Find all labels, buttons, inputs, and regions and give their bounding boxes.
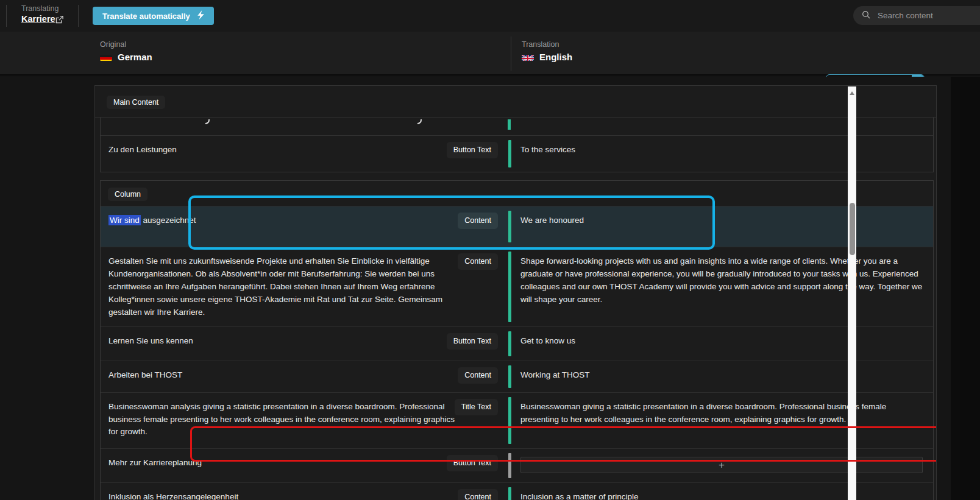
source-cell[interactable]: Zu den Leistungen Button Text bbox=[101, 136, 508, 172]
target-cell[interactable]: We are honoured bbox=[511, 206, 933, 247]
scroll-up-arrow-icon[interactable] bbox=[850, 91, 854, 95]
top-bar: Translating Karriere Translate automatic… bbox=[0, 0, 980, 32]
target-cell[interactable]: Get to know us bbox=[511, 327, 933, 361]
language-header: Original German Translation English Untr… bbox=[0, 32, 980, 76]
field-type-tag: Title Text bbox=[455, 399, 498, 415]
group-tag-row: Column bbox=[101, 181, 933, 206]
search-bar[interactable] bbox=[853, 6, 980, 25]
source-text: Arbeiten bei THOST bbox=[108, 369, 460, 382]
source-text: Gestalten Sie mit uns zukunftsweisende P… bbox=[108, 255, 460, 319]
target-text: We are honoured bbox=[520, 214, 924, 227]
source-cell[interactable]: Arbeiten bei THOST Content bbox=[101, 361, 508, 392]
scrollbar-thumb[interactable] bbox=[850, 203, 855, 255]
translation-row: Zu den Leistungen Button Text To the ser… bbox=[101, 136, 933, 172]
source-text: Mehr zur Karriereplanung bbox=[108, 457, 460, 470]
right-gutter bbox=[951, 77, 980, 500]
translation-row: Wir sind ausgezeichnet Content We are ho… bbox=[101, 206, 933, 247]
selected-text: Wir sind bbox=[108, 215, 141, 225]
source-cell[interactable]: Wir sind ausgezeichnet Content bbox=[101, 206, 508, 247]
lightning-bolt-icon bbox=[197, 10, 204, 21]
section-header: Main Content bbox=[95, 86, 936, 118]
target-text: Get to know us bbox=[520, 335, 924, 348]
clipped-row bbox=[101, 118, 933, 136]
field-type-tag: Button Text bbox=[447, 333, 498, 350]
original-label: Original bbox=[100, 40, 126, 49]
target-text: Inclusion as a matter of principle bbox=[520, 491, 924, 500]
topbar-divider bbox=[78, 5, 79, 27]
target-text: Shape forward-looking projects with us a… bbox=[520, 255, 924, 306]
translation-row: Businesswoman analysis giving a statisti… bbox=[101, 392, 933, 448]
source-text: Wir sind ausgezeichnet bbox=[108, 214, 460, 227]
source-text: Lernen Sie uns kennen bbox=[108, 335, 460, 348]
source-cell[interactable]: Mehr zur Karriereplanung Button Text bbox=[101, 449, 508, 482]
source-cell[interactable]: Lernen Sie uns kennen Button Text bbox=[101, 327, 508, 361]
page-name-link[interactable]: Karriere bbox=[21, 14, 55, 24]
translating-label: Translating bbox=[21, 4, 59, 13]
field-type-tag: Content bbox=[458, 367, 498, 384]
field-type-tag: Button Text bbox=[447, 455, 498, 471]
field-type-tag: Button Text bbox=[447, 142, 498, 158]
original-language: German bbox=[100, 52, 152, 62]
translation-row: Lernen Sie uns kennen Button Text Get to… bbox=[101, 326, 933, 361]
target-cell[interactable]: Working at THOST bbox=[511, 361, 933, 392]
group-b-rows: Wir sind ausgezeichnet Content We are ho… bbox=[101, 206, 933, 500]
translation-language: English bbox=[522, 52, 572, 62]
field-type-tag: Content bbox=[458, 213, 498, 229]
scrollbar[interactable] bbox=[848, 86, 856, 500]
target-cell[interactable]: Businesswoman giving a statistic present… bbox=[511, 393, 933, 448]
source-cell[interactable]: Gestalten Sie mit uns zukunftsweisende P… bbox=[101, 247, 508, 326]
translation-row: Gestalten Sie mit uns zukunftsweisende P… bbox=[101, 247, 933, 326]
target-text: Businesswoman giving a statistic present… bbox=[520, 401, 924, 426]
source-text: Businesswoman analysis giving a statisti… bbox=[108, 401, 460, 439]
content-group: Column Wir sind ausgezeichnet Content We… bbox=[100, 180, 934, 500]
translation-language-name: English bbox=[539, 52, 572, 62]
search-icon bbox=[861, 10, 871, 22]
target-cell[interactable]: To the services bbox=[511, 136, 933, 172]
target-text: Working at THOST bbox=[520, 369, 924, 382]
content-panel: Main Content Zu den Leistungen Button Te… bbox=[94, 85, 937, 500]
plus-icon: + bbox=[719, 460, 725, 470]
section-tag: Main Content bbox=[107, 96, 165, 109]
add-translation-field[interactable]: + bbox=[520, 457, 923, 473]
translate-automatically-button[interactable]: Translate automatically bbox=[93, 7, 214, 25]
field-type-tag: Content bbox=[458, 253, 498, 270]
source-text: Inklusion als Herzensangelegenheit bbox=[108, 491, 460, 500]
source-cell[interactable]: Inklusion als Herzensangelegenheit Conte… bbox=[101, 483, 508, 500]
source-cell[interactable]: Businesswoman analysis giving a statisti… bbox=[101, 393, 508, 448]
target-cell[interactable]: Inclusion as a matter of principle bbox=[511, 483, 933, 500]
original-language-name: German bbox=[118, 52, 152, 62]
topbar-left-divider bbox=[6, 5, 7, 27]
translate-button-label: Translate automatically bbox=[102, 12, 190, 21]
translation-status-bar bbox=[508, 119, 511, 130]
group-a-rows: Zu den Leistungen Button Text To the ser… bbox=[101, 136, 933, 172]
main-area: Main Content Zu den Leistungen Button Te… bbox=[0, 77, 980, 500]
clipped-text-fragment bbox=[205, 119, 210, 124]
uk-flag-icon bbox=[522, 54, 534, 61]
target-cell[interactable]: + bbox=[511, 449, 933, 482]
translation-row: Arbeiten bei THOST Content Working at TH… bbox=[101, 361, 933, 392]
translation-row: Mehr zur Karriereplanung Button Text + bbox=[101, 448, 933, 482]
group-tag: Column bbox=[108, 188, 147, 201]
column-divider bbox=[511, 37, 511, 71]
content-group: Zu den Leistungen Button Text To the ser… bbox=[100, 118, 934, 172]
translation-label: Translation bbox=[522, 40, 559, 49]
field-type-tag: Content bbox=[458, 489, 498, 500]
target-cell[interactable]: Shape forward-looking projects with us a… bbox=[511, 247, 933, 326]
search-input[interactable] bbox=[876, 10, 968, 21]
source-text: Zu den Leistungen bbox=[108, 144, 460, 157]
external-link-icon[interactable] bbox=[55, 15, 64, 24]
clipped-text-fragment bbox=[417, 119, 422, 124]
target-text: To the services bbox=[520, 144, 924, 157]
translation-row: Inklusion als Herzensangelegenheit Conte… bbox=[101, 482, 933, 500]
german-flag-icon bbox=[100, 54, 112, 61]
